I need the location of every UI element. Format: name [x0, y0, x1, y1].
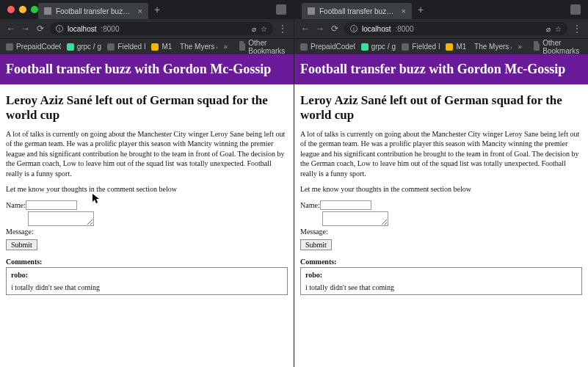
message-label: Message: — [300, 228, 328, 236]
url-host: localhost — [362, 25, 391, 33]
window-controls — [7, 6, 38, 13]
tab-strip: Football transfer buzz with G × + — [0, 0, 294, 19]
bookmark-favicon-icon — [151, 43, 159, 51]
bookmark-star-icon[interactable]: ☆ — [261, 25, 267, 33]
comment-author: robo: — [11, 271, 283, 279]
nav-reload-button[interactable]: ⟳ — [35, 23, 46, 34]
maximize-window-icon[interactable] — [31, 6, 38, 13]
comment: robo: i totally didn't see that coming — [300, 267, 582, 295]
article-title: Leroy Aziz Sané left out of German squad… — [6, 93, 288, 123]
comments-heading: Comments: — [300, 258, 582, 266]
bookmarks-bar: PrepaidCodeCenter… grpc / grpc.io Fielde… — [294, 38, 588, 54]
bookmarks-overflow-button[interactable]: » — [518, 43, 522, 51]
tab-title: Football transfer buzz with G — [319, 7, 397, 15]
page-viewport: Football transfer buzz with Gordon Mc-Go… — [0, 54, 294, 367]
bookmark-item[interactable]: Fielded Issues — [107, 43, 145, 51]
article-prompt: Let me know your thoughts in the comment… — [300, 184, 582, 195]
extension-icon[interactable] — [570, 4, 581, 15]
search-engine-icon[interactable]: ⌀ — [252, 25, 256, 33]
tab-favicon-icon — [44, 7, 51, 15]
folder-icon — [534, 43, 540, 51]
site-info-icon[interactable]: i — [56, 25, 63, 32]
article-prompt: Let me know your thoughts in the comment… — [6, 184, 288, 195]
bookmark-item[interactable]: Fielded Issues — [402, 43, 440, 51]
extension-icon[interactable] — [276, 4, 286, 15]
bookmark-favicon-icon — [6, 43, 13, 51]
site-title: Football transfer buzz with Gordon Mc-Go… — [6, 62, 271, 76]
tab-favicon-icon — [308, 7, 315, 15]
site-info-icon[interactable]: i — [350, 25, 357, 32]
browser-menu-button[interactable]: ⋮ — [572, 23, 582, 34]
browser-window-left: Football transfer buzz with G × + ← → ⟳ … — [0, 0, 294, 367]
comments-heading: Comments: — [6, 258, 288, 266]
bookmark-favicon-icon — [402, 43, 409, 51]
bookmark-favicon-icon — [107, 43, 115, 51]
tab-close-icon[interactable]: × — [402, 7, 406, 15]
article-title: Leroy Aziz Sané left out of German squad… — [300, 93, 582, 123]
nav-back-button[interactable]: ← — [6, 23, 16, 34]
submit-button[interactable]: Submit — [6, 239, 37, 250]
tab-close-icon[interactable]: × — [138, 7, 142, 15]
message-textarea[interactable] — [28, 211, 94, 226]
url-host: localhost — [68, 25, 96, 33]
bookmarks-bar: PrepaidCodeCenter… grpc / grpc.io Fielde… — [0, 38, 294, 54]
toolbar: ← → ⟳ i localhost:8000 ⌀ ☆ ⋮ — [0, 19, 294, 38]
minimize-window-icon[interactable] — [19, 6, 26, 13]
nav-reload-button[interactable]: ⟳ — [330, 23, 340, 34]
close-window-icon[interactable] — [7, 6, 15, 13]
bookmark-item[interactable]: grpc / grpc.io — [361, 43, 396, 51]
name-label: Name: — [6, 201, 26, 209]
bookmark-item[interactable]: PrepaidCodeCenter… — [300, 43, 355, 51]
name-input[interactable] — [26, 200, 77, 210]
site-title: Football transfer buzz with Gordon Mc-Go… — [300, 62, 565, 76]
other-bookmarks-folder[interactable]: Other Bookmarks — [239, 39, 288, 55]
nav-forward-button[interactable]: → — [21, 23, 31, 34]
article-body: A lot of talks is currently on going abo… — [6, 129, 288, 179]
nav-forward-button[interactable]: → — [315, 23, 325, 34]
address-bar[interactable]: i localhost:8000 ⌀ ☆ — [344, 22, 567, 35]
comment-body: i totally didn't see that coming — [11, 283, 283, 291]
bookmark-favicon-icon — [67, 43, 74, 51]
name-label: Name: — [300, 201, 320, 209]
comment-author: robo: — [305, 271, 577, 279]
message-textarea[interactable] — [322, 211, 388, 226]
bookmark-favicon-icon — [361, 43, 369, 51]
tab-strip: Football transfer buzz with G × + — [294, 0, 588, 19]
bookmark-favicon-icon — [446, 43, 453, 51]
search-engine-icon[interactable]: ⌀ — [546, 25, 551, 33]
browser-tab[interactable]: Football transfer buzz with G × — [302, 3, 412, 19]
toolbar: ← → ⟳ i localhost:8000 ⌀ ☆ ⋮ — [294, 19, 588, 38]
nav-back-button[interactable]: ← — [300, 23, 311, 34]
new-tab-button[interactable]: + — [412, 4, 429, 15]
comment: robo: i totally didn't see that coming — [6, 267, 288, 295]
name-input[interactable] — [320, 200, 371, 210]
bookmarks-overflow-button[interactable]: » — [223, 43, 228, 51]
submit-button[interactable]: Submit — [300, 239, 332, 250]
browser-tab[interactable]: Football transfer buzz with G × — [38, 3, 148, 19]
other-bookmarks-folder[interactable]: Other Bookmarks — [534, 39, 582, 55]
url-path: :8000 — [101, 25, 119, 33]
bookmark-item[interactable]: M1 The Myers & Briggs… — [151, 43, 217, 51]
page-viewport: Football transfer buzz with Gordon Mc-Go… — [294, 54, 588, 367]
site-banner: Football transfer buzz with Gordon Mc-Go… — [294, 54, 588, 84]
browser-menu-button[interactable]: ⋮ — [277, 23, 288, 34]
tab-title: Football transfer buzz with G — [56, 7, 134, 15]
message-label: Message: — [6, 228, 34, 236]
bookmark-item[interactable]: grpc / grpc.io — [67, 43, 102, 51]
bookmark-favicon-icon — [300, 43, 308, 51]
bookmark-item[interactable]: PrepaidCodeCenter… — [6, 43, 61, 51]
new-tab-button[interactable]: + — [148, 4, 166, 15]
address-bar[interactable]: i localhost:8000 ⌀ ☆ — [50, 22, 273, 35]
article-body: A lot of talks is currently on going abo… — [300, 129, 582, 179]
bookmark-item[interactable]: M1 The Myers & Briggs… — [446, 43, 512, 51]
url-path: :8000 — [395, 25, 413, 33]
site-banner: Football transfer buzz with Gordon Mc-Go… — [0, 54, 294, 84]
folder-icon — [239, 43, 245, 51]
comment-body: i totally didn't see that coming — [305, 283, 577, 291]
browser-window-right: Football transfer buzz with G × + ← → ⟳ … — [294, 0, 588, 367]
bookmark-star-icon[interactable]: ☆ — [555, 25, 562, 33]
